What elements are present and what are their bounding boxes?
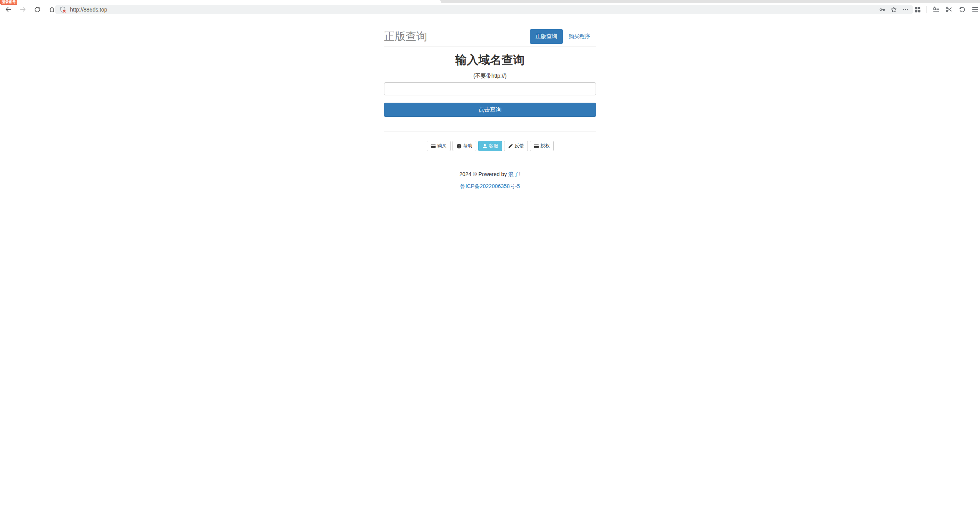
customer-service-label: 客服 <box>489 143 498 149</box>
form-heading: 输入域名查询 <box>384 52 596 68</box>
form-hint: (不要带http://) <box>384 73 596 80</box>
icp-link[interactable]: 鲁ICP备2022006358号-5 <box>460 183 520 189</box>
customer-service-button[interactable]: 客服 <box>478 141 502 151</box>
page-title: 正版查询 <box>384 29 427 44</box>
buy-button[interactable]: 购买 <box>427 141 451 151</box>
page-header: 正版查询 正版查询 购买程序 <box>384 29 596 44</box>
help-label: 帮助 <box>463 143 472 149</box>
feedback-label: 反馈 <box>515 143 524 149</box>
url-text[interactable]: http://886ds.top <box>70 7 107 13</box>
feedback-button[interactable]: 反馈 <box>504 141 528 151</box>
login-account-badge[interactable]: 登录账号 <box>0 0 17 5</box>
exclamation-circle-icon <box>456 143 462 149</box>
query-button[interactable]: 点击查询 <box>384 103 596 117</box>
footer-icp: 鲁ICP备2022006358号-5 <box>384 183 596 190</box>
header-divider <box>384 46 596 47</box>
bookmark-star-icon[interactable] <box>890 5 898 14</box>
undo-icon[interactable] <box>958 5 966 14</box>
author-link[interactable]: 浪子! <box>508 171 521 177</box>
tab-genuine-query[interactable]: 正版查询 <box>530 29 563 44</box>
tab-buy-program[interactable]: 购买程序 <box>563 29 596 44</box>
credit-card-icon <box>431 143 436 149</box>
powered-text: 2024 © Powered by <box>459 171 508 177</box>
pencil-icon <box>508 143 513 149</box>
main-container: 正版查询 正版查询 购买程序 输入域名查询 (不要带http://) 点击查询 … <box>384 29 596 190</box>
authorization-button[interactable]: 授权 <box>530 141 554 151</box>
credit-card-icon <box>534 143 539 149</box>
site-insecure-shield-icon[interactable] <box>58 5 67 14</box>
domain-input[interactable] <box>384 82 596 95</box>
apps-grid-icon[interactable] <box>913 5 922 14</box>
content-divider <box>384 131 596 132</box>
more-options-icon[interactable] <box>901 5 910 14</box>
action-button-row: 购买 帮助 客服 反馈 <box>384 141 596 151</box>
active-tab[interactable] <box>0 0 441 3</box>
screenshot-scissors-icon[interactable] <box>945 5 953 14</box>
footer-powered: 2024 © Powered by 浪子! <box>384 171 596 178</box>
address-bar[interactable]: http://886ds.top <box>55 5 913 14</box>
toolbar-divider <box>927 6 927 13</box>
browser-window: 登录账号 http://886ds.top <box>0 0 980 16</box>
reload-icon[interactable] <box>33 5 42 14</box>
password-key-icon[interactable] <box>878 5 887 14</box>
nav-pills: 正版查询 购买程序 <box>530 29 596 44</box>
browser-toolbar: http://886ds.top <box>0 3 980 16</box>
buy-label: 购买 <box>437 143 447 149</box>
authorization-label: 授权 <box>541 143 550 149</box>
back-icon[interactable] <box>4 5 12 14</box>
page-content: 正版查询 正版查询 购买程序 输入域名查询 (不要带http://) 点击查询 … <box>0 16 980 190</box>
toolbar-right-buttons <box>913 3 979 16</box>
menu-icon[interactable] <box>971 5 979 14</box>
help-button[interactable]: 帮助 <box>452 141 476 151</box>
tab-strip: 登录账号 <box>0 0 980 3</box>
toolbar-nav-buttons <box>4 3 56 16</box>
forward-icon[interactable] <box>18 5 27 14</box>
user-icon <box>482 143 487 149</box>
favorites-list-icon[interactable] <box>932 5 940 14</box>
